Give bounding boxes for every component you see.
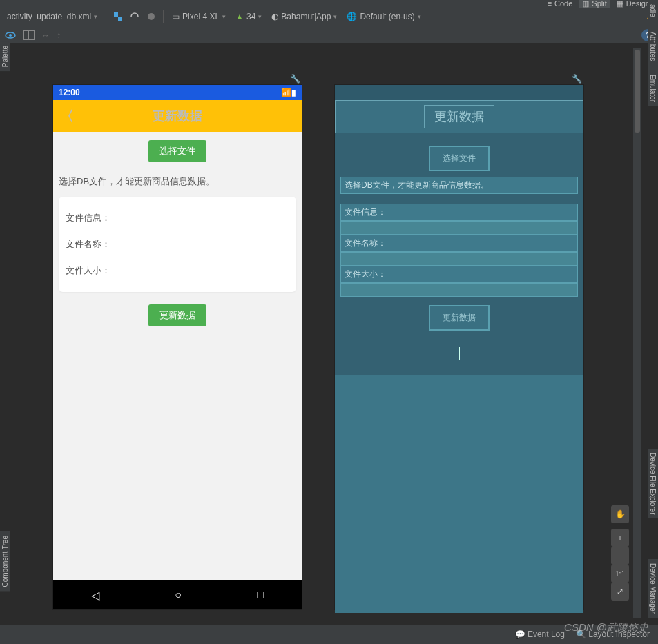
blueprint-body: 选择文件 选择DB文件，才能更新商品信息数据。 文件信息： 文件名称： 文件大小… <box>335 133 583 375</box>
event-log-button[interactable]: 💬 Event Log <box>515 630 565 639</box>
orientation-icon[interactable] <box>128 10 141 23</box>
file-name-label: 文件名称： <box>66 231 289 257</box>
vertical-scrollbar[interactable] <box>633 48 641 618</box>
app-label: BahamutjApp <box>281 12 331 21</box>
file-size-value <box>340 283 578 297</box>
device-dropdown[interactable]: ▭Pixel 4 XL▾ <box>169 10 229 23</box>
tab-design[interactable]: ▦Design <box>614 0 652 8</box>
text-cursor <box>459 347 460 360</box>
locale-dropdown[interactable]: 🌐Default (en-us)▾ <box>344 10 423 23</box>
file-dropdown[interactable]: activity_update_db.xml▾ <box>4 10 100 23</box>
view-options-toolbar: ↔ ↕ ? <box>0 26 658 44</box>
pan-icon[interactable]: ✋ <box>611 505 629 523</box>
app-theme-dropdown[interactable]: ◐BahamutjApp▾ <box>269 10 340 23</box>
zoom-out-button[interactable]: － <box>611 547 629 565</box>
wifi-icon: 📶 <box>281 88 291 97</box>
layout-inspector-label: Layout Inspector <box>588 630 650 639</box>
layout-inspector-button[interactable]: 🔍 Layout Inspector <box>576 630 650 639</box>
tab-split[interactable]: ▥Split <box>579 0 609 8</box>
device-label: Pixel 4 XL <box>182 12 220 21</box>
visibility-icon[interactable] <box>4 29 17 41</box>
file-info-card: 文件信息： 文件名称： 文件大小： <box>59 197 296 292</box>
hint-text: 选择DB文件，才能更新商品信息数据。 <box>340 177 578 194</box>
back-icon[interactable]: 〈 <box>60 107 74 126</box>
file-size-label: 文件大小： <box>66 257 289 284</box>
file-info-label: 文件信息： <box>66 205 289 231</box>
file-info-value <box>340 221 578 235</box>
tab-code[interactable]: ≡Code <box>545 0 576 8</box>
clock-label: 12:00 <box>59 88 80 97</box>
select-file-button[interactable]: 选择文件 <box>148 140 206 162</box>
update-data-button[interactable]: 更新数据 <box>429 305 490 331</box>
chevron-down-icon: ▾ <box>418 13 421 20</box>
separator <box>163 10 164 23</box>
dm-label: Device Manager <box>649 563 657 614</box>
device-file-explorer-tab[interactable]: Device File Explorer <box>648 449 658 518</box>
design-preview: 12:00 📶 ▮ 〈 更新数据 选择文件 选择DB文件，才能更新商品信息数据。… <box>53 85 302 609</box>
palette-tab[interactable]: Palette <box>0 41 10 71</box>
file-name-label: 文件名称： <box>340 235 578 252</box>
tab-design-label: Design <box>626 0 650 8</box>
chevron-down-icon: ▾ <box>222 13 226 20</box>
event-log-label: Event Log <box>528 630 565 639</box>
chevron-down-icon: ▾ <box>258 13 262 20</box>
app-title-bar: 〈 更新数据 <box>53 100 302 132</box>
layout-grid-icon[interactable] <box>23 30 35 40</box>
emulator-label: Emulator <box>649 75 657 102</box>
api-dropdown[interactable]: ▲34▾ <box>233 10 264 23</box>
separator <box>106 10 106 23</box>
view-options-icon[interactable]: 🔧 <box>572 74 582 84</box>
globe-icon: 🌐 <box>347 12 357 21</box>
component-tree-tab[interactable]: Component Tree <box>0 531 10 592</box>
zoom-in-button[interactable]: ＋ <box>611 529 629 547</box>
component-tree-label: Component Tree <box>1 536 9 587</box>
blueprint-preview: 更新数据 选择文件 选择DB文件，才能更新商品信息数据。 文件信息： 文件名称：… <box>335 85 583 609</box>
design-workspace: 🔧 🔧 12:00 📶 ▮ 〈 更新数据 选择文件 选择DB文件，才能更新商品信… <box>10 48 641 618</box>
svg-point-2 <box>148 13 155 20</box>
menu-icon: ≡ <box>548 0 552 8</box>
android-status-bar <box>335 85 583 100</box>
blueprint-filler <box>335 375 583 613</box>
app-content: 选择文件 选择DB文件，才能更新商品信息数据。 文件信息： 文件名称： 文件大小… <box>53 132 302 335</box>
svg-point-4 <box>9 34 12 37</box>
select-file-button[interactable]: 选择文件 <box>429 146 490 171</box>
nav-recent-icon[interactable]: □ <box>258 589 264 601</box>
file-info-label: 文件信息： <box>340 204 578 221</box>
attributes-tab[interactable]: AttributesEmulator <box>648 28 658 106</box>
chevron-down-icon: ▾ <box>333 13 337 20</box>
split-icon: ▥ <box>582 0 589 8</box>
hint-text: 选择DB文件，才能更新商品信息数据。 <box>57 170 298 193</box>
tab-split-label: Split <box>592 0 606 8</box>
night-mode-icon[interactable] <box>145 10 157 23</box>
gradle-tab[interactable]: adle <box>648 0 658 21</box>
zoom-fit-button[interactable]: ⤢ <box>611 583 629 601</box>
design-toolbar: activity_update_db.xml▾ ▭Pixel 4 XL▾ ▲34… <box>0 7 658 26</box>
page-title: 更新数据 <box>424 105 494 128</box>
ide-status-bar: 💬 Event Log 🔍 Layout Inspector <box>0 625 658 644</box>
device-manager-tab[interactable]: Device Manager <box>648 559 658 618</box>
view-mode-tabs: ≡Code ▥Split ▦Design <box>0 0 658 7</box>
palette-label: Palette <box>1 46 9 67</box>
chevron-down-icon: ▾ <box>94 13 97 20</box>
locale-label: Default (en-us) <box>360 12 414 21</box>
theme-icon: ◐ <box>271 12 278 21</box>
page-title: 更新数据 <box>153 108 202 124</box>
battery-icon: ▮ <box>291 88 296 97</box>
vertical-resize-icon[interactable]: ↕ <box>57 30 61 40</box>
app-title-bar: 更新数据 <box>335 100 583 133</box>
update-data-button[interactable]: 更新数据 <box>148 304 206 326</box>
dfe-label: Device File Explorer <box>649 453 657 514</box>
file-size-label: 文件大小： <box>340 266 578 283</box>
svg-rect-0 <box>114 12 118 17</box>
svg-rect-1 <box>118 17 122 21</box>
nav-back-icon[interactable]: ◁ <box>91 589 99 602</box>
scrollbar-thumb[interactable] <box>635 50 640 133</box>
api-label: 34 <box>246 12 255 21</box>
zoom-ratio-button[interactable]: 1:1 <box>611 565 629 583</box>
nav-home-icon[interactable]: ○ <box>175 589 182 601</box>
view-options-icon[interactable]: 🔧 <box>290 74 300 84</box>
horizontal-resize-icon[interactable]: ↔ <box>41 30 50 40</box>
design-surface-icon[interactable] <box>112 10 124 23</box>
android-icon: ▲ <box>235 12 244 21</box>
phone-icon: ▭ <box>172 12 180 21</box>
